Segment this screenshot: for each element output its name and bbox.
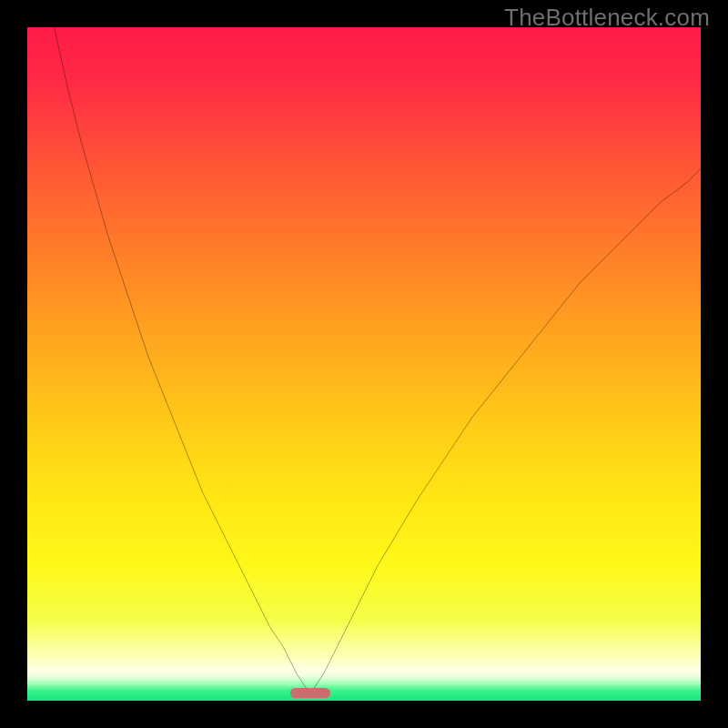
watermark-text: TheBottleneck.com	[504, 4, 710, 32]
right-curve	[310, 168, 701, 693]
curves-layer	[27, 27, 701, 701]
bottleneck-marker	[290, 688, 330, 698]
chart-frame: TheBottleneck.com	[0, 0, 728, 728]
plot-area	[27, 27, 701, 701]
left-curve	[55, 27, 310, 694]
